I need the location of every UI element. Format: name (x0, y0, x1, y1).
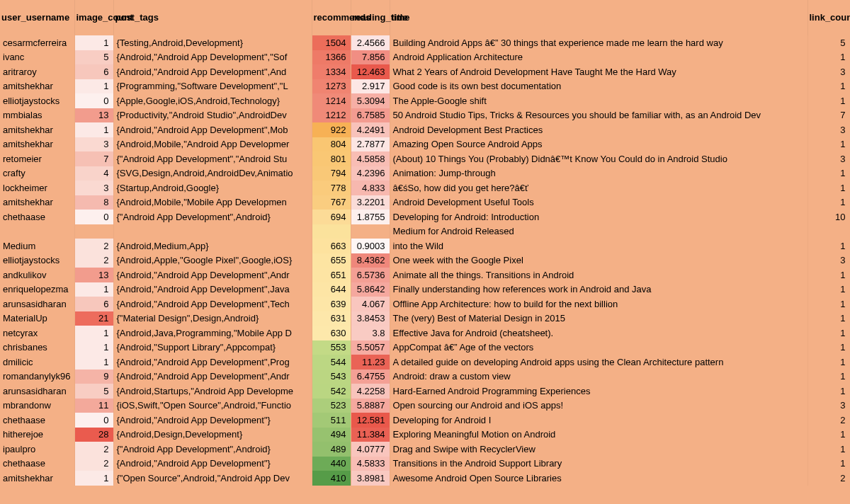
cell-username[interactable]: ivanc (0, 50, 74, 65)
cell-title[interactable]: The Apple-Google shift (390, 93, 808, 108)
cell-img[interactable]: 1 (74, 122, 113, 137)
table-row[interactable]: aritraroy6{Android,"Android App Developm… (0, 64, 850, 79)
table-row[interactable]: mmbialas13{Productivity,"Android Studio"… (0, 108, 850, 123)
cell-tags[interactable]: {iOS,Swift,"Open Source",Android,"Functi… (113, 399, 312, 413)
cell-link[interactable]: 1 (808, 239, 850, 253)
cell-title[interactable]: Effective Java for Android (cheatsheet). (390, 326, 808, 340)
table-row[interactable]: chrisbanes1{Android,"Support Library",Ap… (0, 340, 850, 355)
cell-username[interactable]: ipaulpro (0, 442, 74, 457)
cell-rec[interactable]: 1273 (312, 79, 351, 94)
cell-tags[interactable]: {Startup,Android,Google} (113, 181, 312, 195)
cell-rt[interactable]: 2.917 (351, 79, 390, 94)
cell-rt[interactable]: 6.5736 (351, 268, 390, 282)
header-image-count[interactable]: image_count (74, 0, 113, 35)
cell-rt[interactable]: 6.7585 (351, 108, 390, 123)
cell-rt[interactable]: 4.5833 (351, 457, 390, 471)
cell-tags[interactable]: {Apple,Google,iOS,Android,Technology} (113, 93, 312, 108)
cell-tags[interactable]: {Android,"Android App Development",Prog (113, 355, 312, 370)
table-row[interactable]: chethaase0{Android,"Android App Developm… (0, 413, 850, 428)
cell-tags[interactable]: {Android,"Android App Development",Mob (113, 122, 312, 137)
cell-img[interactable]: 13 (74, 268, 113, 282)
table-row[interactable]: arunsasidharan6{Android,"Android App Dev… (0, 297, 850, 311)
cell-link[interactable]: 1 (808, 326, 850, 340)
cell-img[interactable]: 1 (74, 326, 113, 340)
cell-link[interactable]: 1 (808, 195, 850, 210)
cell-username[interactable]: elliotjaystocks (0, 93, 74, 108)
cell-link[interactable]: 3 (808, 151, 850, 166)
cell-username[interactable]: dmilicic (0, 355, 74, 370)
cell-link[interactable]: 1 (808, 137, 850, 152)
cell-rec[interactable]: 489 (312, 442, 351, 457)
cell-rt[interactable]: 5.8887 (351, 399, 390, 413)
cell-username[interactable]: aritraroy (0, 64, 74, 79)
cell-rec[interactable]: 440 (312, 457, 351, 471)
cell-img[interactable]: 0 (74, 93, 113, 108)
table-row[interactable]: cesarmcferreira1{Testing,Android,Develop… (0, 35, 850, 50)
table-row[interactable]: mbrandonw11{iOS,Swift,"Open Source",Andr… (0, 399, 850, 413)
cell-title[interactable]: Medium for Android Released (390, 224, 808, 239)
cell-link[interactable]: 1 (808, 93, 850, 108)
cell-rec[interactable]: 655 (312, 253, 351, 268)
cell-rt[interactable]: 4.067 (351, 297, 390, 311)
cell-tags[interactable]: {Android,"Support Library",Appcompat} (113, 340, 312, 355)
cell-rec[interactable]: 544 (312, 355, 351, 370)
cell-rt[interactable]: 5.3094 (351, 93, 390, 108)
cell-title[interactable]: Android: draw a custom view (390, 370, 808, 384)
table-row[interactable]: amitshekhar8{Android,Mobile,"Mobile App … (0, 195, 850, 210)
cell-rt[interactable]: 4.833 (351, 181, 390, 195)
cell-username[interactable]: romandanylyk96 (0, 370, 74, 384)
cell-img[interactable]: 21 (74, 311, 113, 326)
cell-tags[interactable]: {Android,"Android App Development",Java (113, 282, 312, 297)
cell-link[interactable]: 1 (808, 384, 850, 399)
cell-title[interactable]: Drag and Swipe with RecyclerView (390, 442, 808, 457)
cell-username[interactable]: lockheimer (0, 181, 74, 195)
table-row[interactable]: Medium for Android Released (0, 224, 850, 239)
cell-rt[interactable]: 6.4755 (351, 370, 390, 384)
cell-link[interactable]: 2 (808, 413, 850, 428)
cell-title[interactable]: into the Wild (390, 239, 808, 253)
cell-link[interactable] (808, 224, 850, 239)
table-row[interactable]: crafty4{SVG,Design,Android,AndroidDev,An… (0, 166, 850, 181)
cell-img[interactable]: 2 (74, 253, 113, 268)
cell-rt[interactable]: 4.2491 (351, 122, 390, 137)
cell-link[interactable]: 3 (808, 122, 850, 137)
table-row[interactable]: ipaulpro2{"Android App Development",Andr… (0, 442, 850, 457)
table-row[interactable]: elliotjaystocks2{Android,Apple,"Google P… (0, 253, 850, 268)
cell-rt[interactable]: 3.8453 (351, 311, 390, 326)
cell-tags[interactable]: {Programming,"Software Development","L (113, 79, 312, 94)
cell-rec[interactable]: 1212 (312, 108, 351, 123)
cell-title[interactable]: What 2 Years of Android Development Have… (390, 64, 808, 79)
cell-rec[interactable]: 631 (312, 311, 351, 326)
cell-tags[interactable]: {"Material Design",Design,Android} (113, 311, 312, 326)
cell-link[interactable]: 3 (808, 64, 850, 79)
cell-username[interactable]: retomeier (0, 151, 74, 166)
cell-tags[interactable]: {Android,Apple,"Google Pixel",Google,iOS… (113, 253, 312, 268)
cell-rec[interactable]: 644 (312, 282, 351, 297)
cell-username[interactable]: chethaase (0, 413, 74, 428)
cell-title[interactable]: Transitions in the Android Support Libra… (390, 457, 808, 471)
cell-link[interactable]: 5 (808, 35, 850, 50)
cell-title[interactable]: Exploring Meaningful Motion on Android (390, 428, 808, 442)
cell-username[interactable]: chethaase (0, 457, 74, 471)
cell-tags[interactable]: {Android,Startups,"Android App Developme (113, 384, 312, 399)
cell-rt[interactable]: 1.8755 (351, 210, 390, 224)
cell-rt[interactable]: 12.581 (351, 413, 390, 428)
cell-rec[interactable]: 511 (312, 413, 351, 428)
cell-username[interactable]: amitshekhar (0, 137, 74, 152)
cell-rec[interactable]: 778 (312, 181, 351, 195)
table-row[interactable]: MaterialUp21{"Material Design",Design,An… (0, 311, 850, 326)
table-row[interactable]: retomeier7{"Android App Development","An… (0, 151, 850, 166)
cell-username[interactable] (0, 224, 74, 239)
cell-title[interactable]: Android Application Architecture (390, 50, 808, 65)
cell-username[interactable]: amitshekhar (0, 195, 74, 210)
cell-username[interactable]: netcyrax (0, 326, 74, 340)
cell-tags[interactable]: {"Android App Development",Android} (113, 442, 312, 457)
cell-link[interactable]: 3 (808, 253, 850, 268)
cell-rec[interactable]: 410 (312, 471, 351, 486)
cell-link[interactable]: 1 (808, 268, 850, 282)
cell-title[interactable]: Building Android Apps â€” 30 things that… (390, 35, 808, 50)
cell-img[interactable]: 0 (74, 413, 113, 428)
cell-img[interactable]: 8 (74, 195, 113, 210)
cell-rt[interactable]: 12.463 (351, 64, 390, 79)
table-row[interactable]: Medium2{Android,Medium,App}6630.9003into… (0, 239, 850, 253)
